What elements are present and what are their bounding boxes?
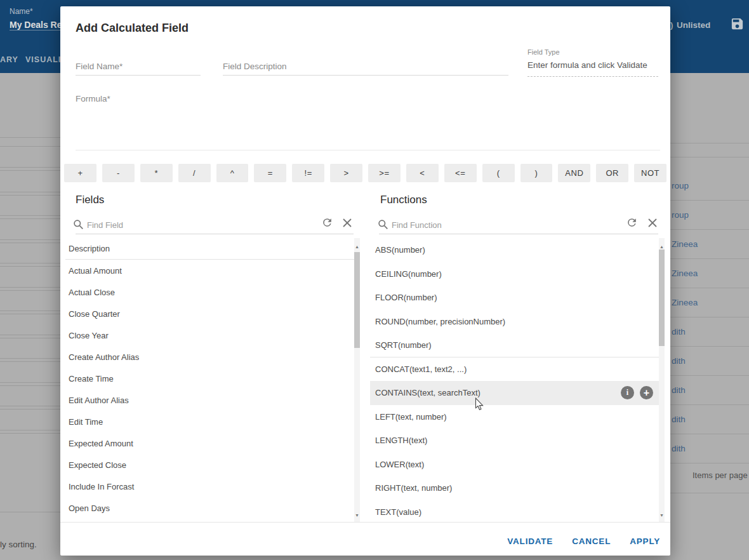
scrollbar-thumb[interactable]	[354, 252, 360, 348]
refresh-icon[interactable]	[321, 217, 333, 229]
operator-or[interactable]: OR	[596, 164, 628, 182]
mouse-cursor	[475, 397, 484, 411]
field-description-input[interactable]	[223, 62, 508, 71]
field-type-value: Enter formula and click Validate	[527, 60, 658, 70]
function-item[interactable]: SQRT(number)	[370, 333, 659, 357]
functions-scrollbar[interactable]: ▲ ▼	[659, 238, 665, 522]
operator-multiply[interactable]: *	[140, 164, 173, 182]
operator-close-paren[interactable]: )	[520, 164, 553, 182]
operator-not-equals[interactable]: !=	[292, 164, 324, 182]
field-item[interactable]: Edit Author Alias	[65, 389, 354, 411]
formula-input[interactable]	[76, 102, 660, 150]
field-item[interactable]: Include In Forcast	[65, 476, 354, 497]
function-item[interactable]: LENGTH(text)	[370, 429, 659, 453]
search-icon	[378, 219, 388, 230]
operator-less-equal[interactable]: <=	[444, 164, 477, 182]
function-item[interactable]: FLOOR(number)	[370, 286, 659, 310]
field-type-label: Field Type	[527, 48, 658, 56]
function-item[interactable]: RIGHT(text, number)	[370, 476, 659, 500]
field-item[interactable]: Create Author Alias	[65, 346, 354, 368]
operator-equals[interactable]: =	[254, 164, 286, 182]
cancel-button[interactable]: CANCEL	[572, 537, 611, 546]
field-type-block: Field Type Enter formula and click Valid…	[527, 48, 658, 77]
function-item[interactable]: LEFT(text, number)	[370, 405, 659, 429]
clear-search-icon[interactable]	[647, 218, 658, 228]
function-item-selected[interactable]: CONTAINS(text, searchText) i +	[370, 381, 659, 405]
operator-minus[interactable]: -	[102, 164, 135, 182]
operator-power[interactable]: ^	[216, 164, 249, 182]
fields-scrollbar[interactable]: ▲ ▼	[354, 238, 360, 522]
function-item[interactable]: TEXT(value)	[370, 500, 659, 523]
operator-not[interactable]: NOT	[634, 164, 666, 182]
dialog-title: Add Calculated Field	[76, 22, 189, 35]
functions-list: ABS(number) CEILING(number) FLOOR(number…	[370, 238, 665, 522]
clear-search-icon[interactable]	[342, 218, 352, 228]
operator-open-paren[interactable]: (	[482, 164, 515, 182]
operator-greater[interactable]: >	[330, 164, 362, 182]
function-item[interactable]: LOWER(text)	[370, 453, 659, 477]
scroll-up-icon[interactable]: ▲	[354, 243, 360, 251]
field-item[interactable]: Close Quarter	[65, 303, 354, 324]
add-calculated-field-dialog: Add Calculated Field Field Type Enter fo…	[60, 6, 670, 556]
operator-toolbar: + - * / ^ = != > >= < <= ( ) AND OR NOT	[64, 164, 666, 182]
fields-panel-title: Fields	[76, 194, 104, 206]
operator-plus[interactable]: +	[64, 164, 96, 182]
field-name-block	[76, 44, 201, 76]
field-item[interactable]: Expected Close	[65, 454, 354, 476]
field-name-input[interactable]	[76, 62, 201, 71]
scroll-down-icon[interactable]: ▼	[354, 512, 360, 519]
fields-list: Description Actual Amount Actual Close C…	[65, 238, 360, 522]
operator-and[interactable]: AND	[558, 164, 590, 182]
function-item[interactable]: CONCAT(text1, text2, ...)	[370, 357, 659, 382]
dialog-actions: VALIDATE CANCEL APPLY	[507, 528, 660, 554]
functions-panel-title: Functions	[380, 194, 427, 206]
scroll-down-icon[interactable]: ▼	[659, 512, 665, 519]
apply-button[interactable]: APPLY	[630, 537, 660, 546]
function-item[interactable]: CEILING(number)	[370, 262, 659, 286]
field-description-block	[223, 44, 508, 76]
find-function-input[interactable]	[392, 217, 614, 232]
operator-less[interactable]: <	[406, 164, 439, 182]
field-item[interactable]: Create Time	[65, 368, 354, 389]
field-item[interactable]: Edit Time	[65, 411, 354, 432]
add-function-icon[interactable]: +	[640, 386, 653, 399]
refresh-icon[interactable]	[626, 217, 638, 229]
function-item[interactable]: ABS(number)	[370, 238, 659, 262]
operator-divide[interactable]: /	[178, 164, 211, 182]
field-item[interactable]: Actual Amount	[65, 260, 354, 281]
scrollbar-thumb[interactable]	[659, 250, 665, 346]
operator-greater-equal[interactable]: >=	[368, 164, 401, 182]
search-icon	[73, 219, 84, 230]
formula-area	[76, 102, 660, 150]
info-icon[interactable]: i	[621, 386, 634, 399]
field-item[interactable]: Expected Amount	[65, 432, 354, 454]
footer-divider	[60, 522, 670, 523]
find-field-input[interactable]	[87, 217, 315, 232]
field-item[interactable]: Open Days	[65, 497, 354, 519]
function-item-label: CONTAINS(text, searchText)	[375, 388, 481, 397]
function-item[interactable]: ROUND(number, precisionNumber)	[370, 310, 659, 334]
field-item[interactable]: Actual Close	[65, 281, 354, 303]
field-item[interactable]: Description	[65, 238, 354, 260]
validate-button[interactable]: VALIDATE	[507, 537, 553, 546]
field-item[interactable]: Close Year	[65, 324, 354, 346]
